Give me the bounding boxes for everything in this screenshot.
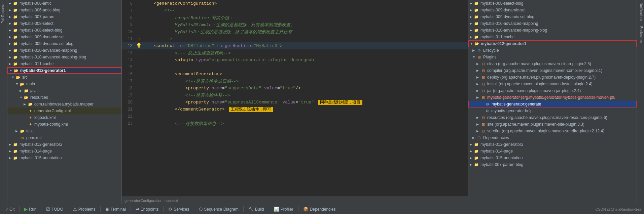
maven-item-mybatis-generator[interactable]: ▶ ⊟ mybatis-generator (org.mybatis.gener… xyxy=(468,94,637,101)
bulb-icon[interactable]: 💡 xyxy=(136,43,142,49)
maven-item-mybatis-010-advanced-mapping-blog[interactable]: ▶ 📁 mybatis-010-advanced-mapping-blog xyxy=(468,27,637,34)
maven-item-mybatis-009-dynamic-sql-blog[interactable]: ▶ 📁 mybatis-009-dynamic-sql-blog xyxy=(468,13,637,20)
maven-item-dependencies[interactable]: ▶ ⬡ Dependencies xyxy=(468,134,637,141)
tree-item-src[interactable]: ▼ 📂 src xyxy=(7,74,121,81)
tree-item-mybatis-009-dynamic-sql-blog[interactable]: ▶ 📁 mybatis-009-dynamic-sql-blog xyxy=(7,40,121,47)
maven-item-jar[interactable]: ▶ ⊟ jar (org.apache.maven.plugins:maven-… xyxy=(468,87,637,94)
notifications-tab[interactable]: Notifications xyxy=(637,0,644,24)
toolbar-run[interactable]: ▶ Run xyxy=(22,206,39,213)
code-line-7: 7 <!-- xyxy=(122,7,468,14)
tree-item-mybatis-007-param[interactable]: ▶ 📁 mybatis-007-param xyxy=(7,13,121,20)
maven-item-clean[interactable]: ▶ ⊟ clean (org.apache.maven.plugins:mave… xyxy=(468,60,637,67)
maven-label: jar (org.apache.maven.plugins:maven-jar-… xyxy=(487,88,581,93)
line-number: 13 xyxy=(122,51,135,55)
maven-item-mybatis-012-generator1[interactable]: ▼ 📂 mybatis-012-generator1 xyxy=(468,40,637,47)
tree-item-main[interactable]: ▼ 📂 main xyxy=(7,81,121,87)
maven-item-deploy[interactable]: ▶ ⊟ deploy (org.apache.maven.plugins:mav… xyxy=(468,74,637,81)
tree-item-mybatis-010-advanced-mapping-blog[interactable]: ▶ 📁 mybatis-010-advanced-mapping-blog xyxy=(7,54,121,60)
folder-icon: 📁 xyxy=(28,102,33,106)
tree-arrow: ▶ xyxy=(476,116,480,119)
maven-item-mybats-007-param-blog[interactable]: ▶ 📁 mybats-007-param-blog xyxy=(468,161,637,168)
pull-requests-tab[interactable]: Pull Requests xyxy=(0,0,7,26)
tree-arrow: ▶ xyxy=(9,156,13,160)
folder-icon: 📂 xyxy=(474,41,479,46)
plugin-icon: ⊟ xyxy=(480,115,486,120)
maven-label: mybatis-008-select-blog xyxy=(480,1,523,6)
line-number: 23 xyxy=(122,121,135,126)
tree-item-mybatis-014-page[interactable]: ▶ 📁 mybatis-014-page xyxy=(7,148,121,155)
tree-label: mybatis-010-advanced-mapping-blog xyxy=(20,55,86,59)
maven-item-mybatis-009-dynamic-sql[interactable]: ▶ 📁 mybatis-009-dynamic-sql xyxy=(468,7,637,13)
line-number: 17 xyxy=(122,79,135,84)
toolbar-sequence-diagram[interactable]: ⬡ Sequence Diagram xyxy=(196,206,241,213)
maven-item-mybatis-010-advanced-mapping[interactable]: ▶ 📁 mybatis-010-advanced-mapping xyxy=(468,20,637,27)
toolbar-todo[interactable]: ☑ TODO xyxy=(43,206,66,213)
toolbar-services[interactable]: ⚙ Services xyxy=(166,206,192,213)
tree-label: mybatis-012-generator1 xyxy=(20,68,66,73)
line-number: 12 xyxy=(122,44,135,48)
maven-label: mybatis-009-dynamic-sql xyxy=(480,8,525,12)
tree-item-mybatis-012-generator1[interactable]: ▼ 📂 mybatis-012-generator1 xyxy=(7,67,121,74)
toolbar-services-label: Services xyxy=(174,207,189,212)
tree-label: test xyxy=(26,129,33,133)
maven-item-mybatis-015-annotation[interactable]: ▶ 📁 mybatis-015-annotation xyxy=(468,155,637,161)
folder-icon: 📂 xyxy=(13,68,19,73)
maven-item-install[interactable]: ▶ ⊟ install (org.apache.maven.plugins:ma… xyxy=(468,81,637,87)
maven-item-mybatis-012-generator2[interactable]: ▶ 📁 mybatis-012-generator2 xyxy=(468,141,637,148)
maven-item-mybatis-014-page[interactable]: ▶ 📁 mybatis-014-page xyxy=(468,148,637,155)
tree-item-java[interactable]: ▶ 📁 java xyxy=(7,87,121,94)
tree-item-mybatis-006-antic-blog[interactable]: ▶ 📁 mybatis-006-antic-blog xyxy=(7,7,121,13)
toolbar-dependencies[interactable]: 📦 Dependencies xyxy=(300,206,338,213)
maven-item-mybatis-generator-generate[interactable]: ⚙ mybatis-generator:generate xyxy=(468,101,637,108)
tree-item-test[interactable]: ▶ 📁 test xyxy=(7,128,121,134)
line-content xyxy=(142,65,468,70)
maven-label: mybatis-014-page xyxy=(480,149,513,154)
maven-item-surefire[interactable]: ▶ ⊟ surefire (org.apache.maven.plugins:m… xyxy=(468,128,637,134)
todo-icon: ☑ xyxy=(46,207,50,212)
tree-item-mybatis-config[interactable]: ✦ mybatis-config.xml xyxy=(7,121,121,128)
tree-arrow: ▶ xyxy=(470,8,474,12)
toolbar-build[interactable]: 🔨 Build xyxy=(246,206,267,213)
right-sidebar: Notifications Bookmarks xyxy=(637,0,644,204)
tree-label: mybatis-015-annotation xyxy=(20,156,62,160)
maven-item-site[interactable]: ▶ ⊟ site (org.apache.maven.plugins:maven… xyxy=(468,121,637,128)
folder-icon: 📁 xyxy=(13,41,18,46)
tree-item-logback[interactable]: ✦ logback.xml xyxy=(7,114,121,121)
toolbar-terminal[interactable]: ▣ Terminal xyxy=(103,206,129,213)
tree-item-mybatis-010-advanced-mapping[interactable]: ▶ 📁 mybatis-010-advanced-mapping xyxy=(7,47,121,54)
folder-icon: 📁 xyxy=(13,8,18,12)
tree-item-mybatis-009-dynamic-sql[interactable]: ▶ 📁 mybatis-009-dynamic-sql xyxy=(7,34,121,40)
line-content: <property name="suppressDate" value="tru… xyxy=(142,86,468,91)
tree-item-mybatis-008-select-blog[interactable]: ▶ 📁 mybatis-008-select-blog xyxy=(7,27,121,34)
toolbar-git[interactable]: ⑂ Git xyxy=(3,206,17,213)
toolbar-divider xyxy=(100,206,101,212)
tree-item-mybatis-012-generator2[interactable]: ▶ 📁 mybatis-012-generator2 xyxy=(7,141,121,148)
tree-item-generatorConfig[interactable]: ✦ generatorConfig.xml xyxy=(7,108,121,114)
tree-arrow: ▶ xyxy=(470,2,474,5)
tree-item-resources[interactable]: ▼ 📂 resources xyxy=(7,94,121,101)
tree-item-pom[interactable]: m pom.xml xyxy=(7,134,121,141)
maven-item-resources[interactable]: ▶ ⊟ resources (org.apache.maven.plugins:… xyxy=(468,114,637,121)
maven-item-plugins[interactable]: ▼ ⊞ Plugins xyxy=(468,54,637,60)
line-content: </commentGenerator> 工程双击该插件，即可 xyxy=(142,106,468,112)
tree-item-mybatis-015-annotation[interactable]: ▶ 📁 mybatis-015-annotation xyxy=(7,155,121,161)
maven-label: mybatis-010-advanced-mapping xyxy=(480,21,538,26)
code-line-13: 13 <!-- 防止生成重复代码--> xyxy=(122,49,468,56)
maven-item-compiler[interactable]: ▶ ⊟ compiler (org.apache.maven.plugins:m… xyxy=(468,67,637,74)
maven-item-lifecycle[interactable]: ▶ ⟳ Lifecycle xyxy=(468,47,637,54)
maven-item-mybatis-generator-help[interactable]: ⚙ mybatis-generator:help xyxy=(468,108,637,114)
tree-item-mapper[interactable]: ▶ 📁 com.rainbowsea.mybatis.mapper xyxy=(7,101,121,108)
toolbar-endpoints[interactable]: ⇌ Endpoints xyxy=(133,206,161,213)
bottom-toolbar: ⑂ Git ▶ Run ☑ TODO ⚠ Problems ▣ Terminal… xyxy=(0,204,644,214)
maven-item-mybatis-011-cache[interactable]: ▶ 📁 mybatis-011-cache xyxy=(468,34,637,40)
toolbar-problems[interactable]: ⚠ Problems xyxy=(70,206,98,213)
bookmarks-tab[interactable]: Bookmarks xyxy=(637,24,644,46)
toolbar-sequence-diagram-label: Sequence Diagram xyxy=(204,207,239,212)
toolbar-profiler[interactable]: 📊 Profiler xyxy=(271,206,296,213)
folder-icon: 📁 xyxy=(474,28,479,33)
code-line-18: 18 <property name="suppressDate" value="… xyxy=(122,85,468,92)
tree-item-mybatis-011-cache[interactable]: ▶ 📁 mybatis-011-cache xyxy=(7,60,121,67)
maven-item-mybatis-008-select-blog[interactable]: ▶ 📁 mybatis-008-select-blog xyxy=(468,0,637,7)
tree-item-mybatis-008-select[interactable]: ▶ 📁 mybatis-008-select xyxy=(7,20,121,27)
tree-item-mybatis-006-antic[interactable]: ▶ 📁 mybatis-006-antic xyxy=(7,0,121,7)
